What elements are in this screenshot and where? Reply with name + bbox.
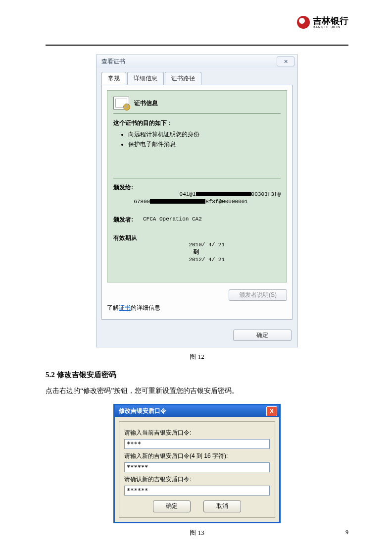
label-confirm-password: 请确认新的吉银安盾口令: [124,475,270,484]
issued-to-label: 颁发给: [113,183,134,213]
header-rule [46,45,348,46]
issued-by-row: 颁发者: CFCA Operation CA2 [113,216,281,224]
tab-path[interactable]: 证书路径 [165,72,201,85]
certificate-icon [113,97,129,110]
close-icon[interactable]: ✕ [277,56,294,66]
issuer-statement-button: 颁发者说明(S) [229,289,287,301]
close-icon[interactable]: X [266,406,277,416]
redaction [196,192,251,196]
ok-button[interactable]: 确定 [153,500,191,512]
learn-more-text: 了解证书的详细信息 [107,304,287,312]
validity-row: 有效期从 2010/ 4/ 21 到 2012/ 4/ 21 [113,234,281,271]
cert-tabs: 常规 详细信息 证书路径 [101,72,293,85]
brand-en: BANK OF JILIN [313,25,348,29]
page-number: 9 [345,529,348,536]
issued-by-value: CFCA Operation CA2 [143,216,202,224]
learn-more-link[interactable]: 证书 [119,304,131,311]
pw-title: 修改吉银安盾口令 [119,407,166,415]
figure-caption-13: 图 13 [46,528,348,537]
input-confirm-password[interactable] [124,486,270,496]
valid-to-label: 到 [194,249,199,255]
input-new-password[interactable] [124,462,270,472]
cert-titlebar: 查看证书 ✕ [97,55,297,68]
certificate-dialog: 查看证书 ✕ 常规 详细信息 证书路径 证书信息 这个证书的目的如下： [96,55,298,347]
purpose-item: 向远程计算机证明您的身份 [128,130,281,139]
valid-to: 2012/ 4/ 21 [189,257,225,263]
body-paragraph: 点击右边的“修改密码”按钮，您可重新设置您的吉银安盾密码。 [46,385,348,397]
valid-from-label: 有效期从 [113,234,143,271]
brand-header: 吉林银行 BANK OF JILIN [297,16,348,29]
cert-info-title: 证书信息 [134,99,158,108]
redaction [150,199,205,204]
input-current-password[interactable] [124,439,270,449]
cert-purpose-title: 这个证书的目的如下： [113,119,281,127]
cancel-button[interactable]: 取消 [203,500,241,512]
password-dialog: 修改吉银安盾口令 X 请输入当前吉银安盾口令: 请输入新的吉银安盾口令(4 到 … [113,404,281,523]
brand-logo [297,16,310,29]
section-heading: 5.2 修改吉银安盾密码 [46,370,348,380]
tab-general[interactable]: 常规 [101,72,126,85]
cert-green-box: 证书信息 这个证书的目的如下： 向远程计算机证明您的身份 保护电子邮件消息 颁发… [107,90,287,282]
cert-title: 查看证书 [101,57,125,66]
pw-titlebar: 修改吉银安盾口令 X [115,405,279,417]
label-new-password: 请输入新的吉银安盾口令(4 到 16 字符): [124,452,270,460]
issued-by-label: 颁发者: [113,216,143,224]
issued-to-value: 041@100303f3f@678008f3f@00000001 [134,183,281,213]
label-current-password: 请输入当前吉银安盾口令: [124,429,270,437]
cert-tabpanel: 证书信息 这个证书的目的如下： 向远程计算机证明您的身份 保护电子邮件消息 颁发… [101,85,293,320]
figure-caption-12: 图 12 [46,352,348,361]
purpose-item: 保护电子邮件消息 [128,140,281,149]
tab-details[interactable]: 详细信息 [127,72,164,85]
valid-from: 2010/ 4/ 21 [189,242,225,248]
brand-cn: 吉林银行 [313,16,348,25]
cert-purpose-list: 向远程计算机证明您的身份 保护电子邮件消息 [113,130,281,149]
ok-button[interactable]: 确定 [233,330,292,341]
issued-to-row: 颁发给: 041@100303f3f@678008f3f@00000001 [113,183,281,213]
